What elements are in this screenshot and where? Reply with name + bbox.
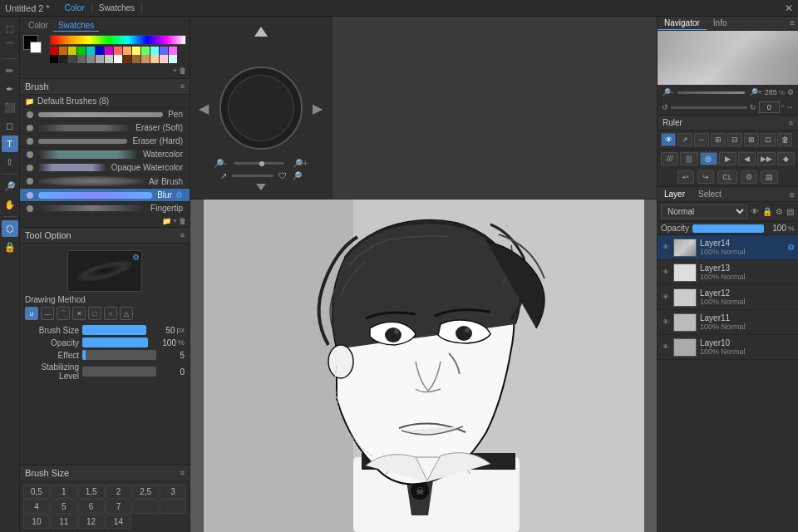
layer-item-12[interactable]: 👁 Layer12 100% Normal xyxy=(658,285,798,310)
swatch[interactable] xyxy=(86,55,95,63)
brush-size-2.5[interactable]: 2,5 xyxy=(132,485,159,499)
brush-item-fingertip[interactable]: Fingertip xyxy=(20,202,190,215)
swatch[interactable] xyxy=(59,47,67,55)
nav-angle-input[interactable] xyxy=(759,101,780,113)
color-selector[interactable] xyxy=(23,35,47,58)
ruler-clear-btn[interactable]: CL xyxy=(717,170,737,184)
color-tab[interactable]: Color xyxy=(23,20,53,32)
ruler-delete-icon[interactable]: 🗑 xyxy=(777,133,792,146)
opacity-slider[interactable] xyxy=(82,337,148,347)
layer-item-13[interactable]: 👁 Layer13 100% Normal xyxy=(658,260,798,285)
ruler-visible-icon[interactable]: 👁 xyxy=(661,133,676,146)
ruler-undo-btn[interactable]: ↩ xyxy=(677,170,694,184)
fill-tool-button[interactable]: ⬛ xyxy=(2,99,18,116)
swatch-delete-button[interactable]: 🗑 xyxy=(179,66,186,75)
ruler-settings-btn[interactable]: ⚙ xyxy=(741,170,757,184)
move-tool-button[interactable]: ⇧ xyxy=(2,154,18,170)
canvas-artwork[interactable]: ☠ xyxy=(204,200,644,532)
brush-right-arrow[interactable]: ▶ xyxy=(313,100,323,116)
nav-zoom-out-btn[interactable]: 🔎- xyxy=(661,87,674,97)
ruler-redo-btn[interactable]: ↪ xyxy=(697,170,714,184)
dm-curve-icon[interactable]: ⌒ xyxy=(57,307,70,320)
layer-vis-12[interactable]: 👁 xyxy=(661,293,671,303)
swatch[interactable] xyxy=(132,55,140,63)
swatch[interactable] xyxy=(96,55,104,63)
nav-rotate-ccw-btn[interactable]: ↺ xyxy=(661,102,669,112)
brush-size-5[interactable]: 5 xyxy=(51,500,77,514)
layer-lock-icon[interactable]: 🔒 xyxy=(761,206,773,217)
brush-size-4[interactable]: 4 xyxy=(23,500,50,514)
lock-tool-button[interactable]: 🔒 xyxy=(2,239,18,255)
brush-size-11[interactable]: 11 xyxy=(51,515,77,529)
navigator-preview[interactable] xyxy=(658,31,798,85)
layer-item-11[interactable]: 👁 Layer11 100% Normal xyxy=(658,310,798,335)
brush-size-2[interactable]: 2 xyxy=(106,485,132,499)
layer-vis-10[interactable]: 👁 xyxy=(661,342,671,352)
ruler-pattern-2[interactable]: ||| xyxy=(680,152,697,165)
brush-size-12[interactable]: 12 xyxy=(78,515,105,529)
color-gradient-bar[interactable] xyxy=(50,35,186,45)
swatch[interactable] xyxy=(160,55,168,63)
ruler-panel-btn[interactable]: ▤ xyxy=(761,170,778,184)
brush-size-slider[interactable] xyxy=(82,325,146,335)
brush-size-9[interactable] xyxy=(160,500,186,514)
brush-ctrl-icon1[interactable]: ↗ xyxy=(220,171,227,180)
swatch[interactable] xyxy=(105,47,113,55)
dm-triangle-icon[interactable]: △ xyxy=(120,307,133,320)
swatch[interactable] xyxy=(132,47,140,55)
ruler-guide-icon[interactable]: ↗ xyxy=(677,133,692,146)
brush-size-mini-slider[interactable] xyxy=(234,162,284,165)
nav-zoom-in-btn[interactable]: 🔎+ xyxy=(748,87,763,97)
layer-item-10[interactable]: 👁 Layer10 100% Normal xyxy=(658,335,798,360)
ruler-radial-icon[interactable]: ⊡ xyxy=(761,133,776,146)
ruler-pattern-5[interactable]: ◀ xyxy=(738,152,756,165)
pen-tool-button[interactable]: ✏ xyxy=(2,62,18,79)
brush-settings-icon[interactable]: ⚙ xyxy=(175,190,183,200)
brush-item-pen[interactable]: Pen xyxy=(20,108,190,121)
brush-item-eraser-hard[interactable]: Eraser (Hard) xyxy=(20,135,190,148)
brush-size-3[interactable]: 3 xyxy=(160,485,186,499)
swatch[interactable] xyxy=(114,55,122,63)
swatch[interactable] xyxy=(169,47,177,55)
nav-zoom-slider[interactable] xyxy=(677,91,745,94)
nav-rotate-cw-btn[interactable]: ↻ xyxy=(749,102,757,112)
nav-angle-slider[interactable] xyxy=(671,106,747,109)
brush-item-opaque-watercolor[interactable]: Opaque Watercolor xyxy=(20,161,190,175)
swatch[interactable] xyxy=(105,55,113,63)
layer-item-14[interactable]: 👁 Layer14 100% Normal ⚙ xyxy=(658,235,798,260)
brush-item-watercolor[interactable]: Watercolor xyxy=(20,148,190,161)
layer-vis-14[interactable]: 👁 xyxy=(661,243,671,253)
lasso-tool-button[interactable]: ⌒ xyxy=(2,38,18,55)
swatch[interactable] xyxy=(123,55,131,63)
dm-straight-icon[interactable]: — xyxy=(41,307,54,320)
close-button[interactable]: ✕ xyxy=(785,2,793,14)
layer-vis-13[interactable]: 👁 xyxy=(661,268,671,278)
brush-size-14[interactable]: 14 xyxy=(106,515,132,529)
swatch-add-button[interactable]: + xyxy=(173,66,177,75)
nav-flip-btn[interactable]: ↔ xyxy=(786,102,795,112)
brush-size-7[interactable]: 7 xyxy=(106,500,132,514)
select-tool-button[interactable]: ⬚ xyxy=(2,20,18,37)
layer-tab[interactable]: Layer xyxy=(658,187,692,201)
layer-settings-icon2[interactable]: ⚙ xyxy=(775,206,784,217)
ruler-menu-icon[interactable]: ≡ xyxy=(789,119,793,127)
ruler-pattern-4[interactable]: ▶ xyxy=(719,152,736,165)
dm-connect-icon[interactable]: ✕ xyxy=(72,307,86,320)
swatch[interactable] xyxy=(68,55,76,63)
ruler-pattern-6[interactable]: ▶▶ xyxy=(757,152,775,165)
dm-rect-icon[interactable]: □ xyxy=(88,307,101,320)
swatch[interactable] xyxy=(141,55,150,63)
swatch[interactable] xyxy=(141,47,150,55)
tool-options-settings-icon[interactable]: ⚙ xyxy=(132,253,140,262)
swatch[interactable] xyxy=(77,47,86,55)
swatches-tab[interactable]: Swatches xyxy=(53,20,99,32)
brush-zoom-in-icon[interactable]: 🔎+ xyxy=(293,159,308,168)
brush-size-circle[interactable] xyxy=(219,66,303,150)
swatch[interactable] xyxy=(77,55,86,63)
layer-opacity-slider[interactable] xyxy=(692,224,764,233)
canvas-container[interactable]: ☠ xyxy=(190,200,657,532)
layer-vis-11[interactable]: 👁 xyxy=(661,318,671,328)
gradient-tool-button[interactable]: ◻ xyxy=(2,117,18,134)
brush-tool-button[interactable]: ✒ xyxy=(2,81,18,97)
swatch[interactable] xyxy=(123,47,131,55)
